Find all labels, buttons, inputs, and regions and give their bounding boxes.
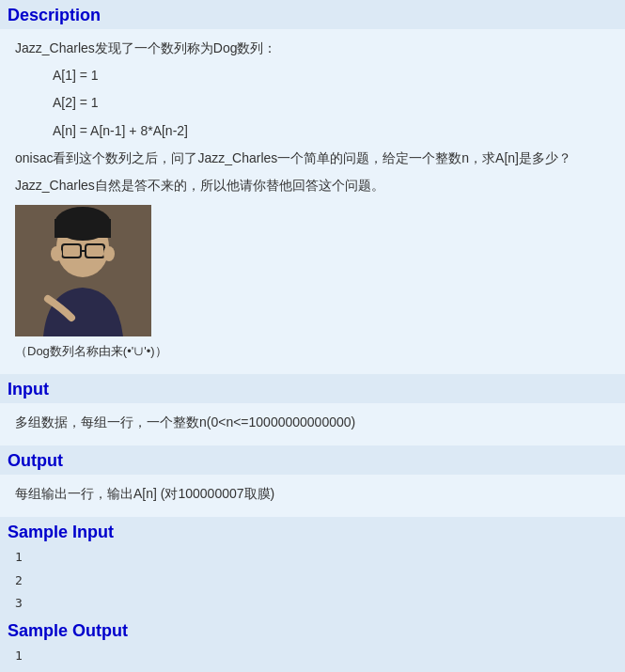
output-content: 每组输出一行，输出A[n] (对100000007取膜) <box>0 475 625 517</box>
person-photo <box>15 205 151 336</box>
svg-point-9 <box>103 246 115 261</box>
image-caption: （Dog数列名称由来(•'∪'•)） <box>15 340 610 362</box>
description-section: Description Jazz_Charles发现了一个数列称为Dog数列： … <box>0 0 625 374</box>
output-section: Output 每组输出一行，输出A[n] (对100000007取膜) <box>0 445 625 517</box>
sample-input-line-3: 3 <box>0 592 625 616</box>
sample-output-lines: 1 1 9 <box>0 645 625 672</box>
sample-input-section: Sample Input 1 2 3 <box>0 517 625 616</box>
input-section: Input 多组数据，每组一行，一个整数n(0<n<=1000000000000… <box>0 374 625 445</box>
input-content: 多组数据，每组一行，一个整数n(0<n<=10000000000000) <box>0 403 625 445</box>
person-image-container: （Dog数列名称由来(•'∪'•)） <box>15 205 610 362</box>
sample-output-line-2: 1 <box>0 668 625 672</box>
sample-input-lines: 1 2 3 <box>0 546 625 616</box>
desc-formula-1: A[1] = 1 <box>53 64 610 87</box>
desc-formula-3: A[n] = A[n-1] + 8*A[n-2] <box>53 119 610 143</box>
desc-line-3: Jazz_Charles自然是答不来的，所以他请你替他回答这个问题。 <box>15 174 610 197</box>
sample-input-title: Sample Input <box>0 517 625 546</box>
output-title: Output <box>0 445 625 475</box>
desc-formula-2: A[2] = 1 <box>53 91 610 115</box>
desc-line-1: Jazz_Charles发现了一个数列称为Dog数列： <box>15 37 610 60</box>
desc-line-2: onisac看到这个数列之后，问了Jazz_Charles一个简单的问题，给定一… <box>15 147 610 170</box>
svg-rect-4 <box>55 219 111 238</box>
description-title: Description <box>0 0 625 29</box>
description-content: Jazz_Charles发现了一个数列称为Dog数列： A[1] = 1 A[2… <box>0 29 625 374</box>
sample-output-line-1: 1 <box>0 645 625 668</box>
svg-point-8 <box>51 246 62 261</box>
input-text: 多组数据，每组一行，一个整数n(0<n<=10000000000000) <box>15 411 610 434</box>
sample-output-section: Sample Output 1 1 9 <box>0 616 625 672</box>
sample-input-line-1: 1 <box>0 546 625 570</box>
sample-input-line-2: 2 <box>0 570 625 593</box>
output-text: 每组输出一行，输出A[n] (对100000007取膜) <box>15 482 610 506</box>
input-title: Input <box>0 374 625 403</box>
sample-output-title: Sample Output <box>0 616 625 645</box>
